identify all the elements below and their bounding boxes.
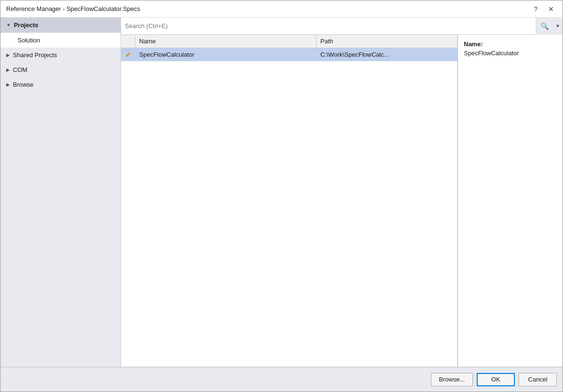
checkmark-icon: ✔ <box>125 51 131 59</box>
sidebar-projects-label: Projects <box>14 21 38 29</box>
sidebar-solution-label: Solution <box>18 37 40 44</box>
header-name-col: Name <box>135 35 317 48</box>
info-name-label: Name: <box>464 40 557 48</box>
dialog: Reference Manager - SpecFlowCalculator.S… <box>0 0 563 392</box>
sidebar-shared-projects-label: Shared Projects <box>13 51 57 59</box>
sidebar-item-shared-projects[interactable]: ▶ Shared Projects <box>0 48 121 62</box>
close-button[interactable]: ✕ <box>545 3 557 15</box>
bottom-bar: Browse... OK Cancel <box>0 367 563 392</box>
table-row[interactable]: ✔ SpecFlowCalculator C:\Work\SpecFlowCal… <box>121 48 457 61</box>
row-path: C:\Work\SpecFlowCalc... <box>317 48 457 61</box>
sidebar-item-projects[interactable]: ▼ Projects <box>0 18 121 32</box>
dialog-title: Reference Manager - SpecFlowCalculator.S… <box>6 5 140 12</box>
ok-button[interactable]: OK <box>477 373 515 386</box>
chevron-right-icon: ▶ <box>6 52 10 58</box>
row-name: SpecFlowCalculator <box>135 48 317 61</box>
header-checkbox-col <box>121 35 135 48</box>
info-name-value: SpecFlowCalculator <box>464 50 557 57</box>
sidebar-item-solution[interactable]: Solution <box>0 32 121 48</box>
info-panel: Name: SpecFlowCalculator <box>458 35 563 367</box>
search-bar: 🔍 ▼ <box>121 18 563 35</box>
row-checkbox[interactable]: ✔ <box>121 48 135 61</box>
title-bar-controls: ? ✕ <box>530 3 557 15</box>
main-content: ▼ Projects Solution ▶ Shared Projects ▶ … <box>0 18 563 367</box>
sidebar-item-browse[interactable]: ▶ Browse <box>0 77 121 92</box>
browse-button[interactable]: Browse... <box>431 373 473 386</box>
search-input[interactable] <box>121 18 536 34</box>
chevron-right-icon-browse: ▶ <box>6 82 10 87</box>
sidebar-com-label: COM <box>13 66 27 73</box>
right-panel: 🔍 ▼ Name Path ✔ Sp <box>121 18 563 367</box>
header-path-col: Path <box>317 35 457 48</box>
search-button[interactable]: 🔍 <box>536 18 553 35</box>
content-area: Name Path ✔ SpecFlowCalculator C:\Work\S… <box>121 35 563 367</box>
sidebar: ▼ Projects Solution ▶ Shared Projects ▶ … <box>0 18 121 367</box>
chevron-down-icon: ▼ <box>6 22 11 28</box>
title-bar: Reference Manager - SpecFlowCalculator.S… <box>0 0 563 18</box>
sidebar-item-com[interactable]: ▶ COM <box>0 62 121 77</box>
search-dropdown-button[interactable]: ▼ <box>553 18 563 35</box>
sidebar-browse-label: Browse <box>13 81 33 88</box>
chevron-right-icon-com: ▶ <box>6 67 10 72</box>
table-area: Name Path ✔ SpecFlowCalculator C:\Work\S… <box>121 35 458 367</box>
table-header: Name Path <box>121 35 457 48</box>
cancel-button[interactable]: Cancel <box>519 373 557 386</box>
help-button[interactable]: ? <box>530 3 542 15</box>
